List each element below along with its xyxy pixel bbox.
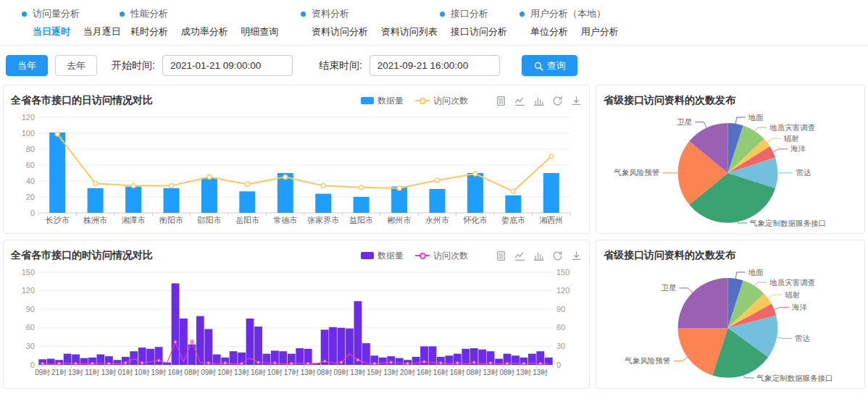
svg-text:雷达: 雷达 (796, 168, 811, 177)
legend-label: 访问次数 (433, 95, 468, 107)
this-year-button[interactable]: 当年 (6, 55, 48, 76)
end-time-input[interactable] (370, 55, 500, 76)
switch-to-line-icon[interactable] (514, 96, 525, 106)
save-image-icon[interactable] (571, 96, 582, 106)
svg-text:150: 150 (22, 268, 35, 277)
svg-text:海洋: 海洋 (792, 303, 808, 311)
svg-text:0: 0 (30, 361, 35, 369)
svg-text:90: 90 (556, 305, 565, 313)
switch-to-bar-icon[interactable] (533, 250, 544, 261)
svg-text:气象风险预警: 气象风险预警 (625, 356, 671, 365)
svg-text:40: 40 (26, 177, 35, 185)
svg-text:地质灾害调查: 地质灾害调查 (769, 123, 815, 132)
svg-text:09时: 09时 (201, 368, 216, 376)
data-view-icon[interactable] (496, 96, 506, 106)
data-view-icon[interactable] (496, 250, 506, 261)
start-time-input[interactable] (162, 55, 293, 76)
daily-comparison-chart-card: 全省各市接口的日访问情况对比 数据量 访问次数 (3, 85, 590, 234)
svg-text:08时: 08时 (467, 368, 482, 376)
svg-text:益阳市: 益阳市 (349, 216, 373, 224)
svg-text:150: 150 (556, 268, 569, 277)
svg-text:常德市: 常德市 (273, 216, 297, 224)
start-time-label: 开始时间: (112, 59, 155, 72)
svg-text:60: 60 (26, 161, 35, 169)
legend-item-visit-count[interactable]: 访问次数 (415, 250, 468, 262)
legend-item-data-volume[interactable]: 数据量 (361, 250, 404, 262)
line-swatch-icon (415, 255, 430, 256)
svg-text:10时: 10时 (267, 368, 283, 376)
svg-text:地面: 地面 (748, 113, 764, 122)
legend-label: 数据量 (377, 250, 404, 262)
svg-text:13时: 13时 (101, 368, 117, 376)
svg-text:90: 90 (26, 305, 35, 313)
nav-item-detail-query[interactable]: 明细查询 (241, 26, 278, 37)
restore-icon[interactable] (552, 96, 563, 106)
bar-swatch-icon (361, 252, 374, 259)
legend-label: 数据量 (377, 95, 404, 107)
svg-text:17时: 17时 (284, 368, 299, 376)
restore-icon[interactable] (552, 250, 563, 261)
legend-item-data-volume[interactable]: 数据量 (361, 95, 404, 107)
svg-text:气象风险预警: 气象风险预警 (614, 168, 660, 177)
province-pie-card-2: 省级接口访问资料的次数发布 地面地质灾害调查辐射海洋雷达气象定制数据服务接口气象… (596, 240, 865, 389)
city-hourly-bar-line-chart[interactable]: 0030306060909012012015015009时21时13时11时13… (11, 265, 582, 379)
search-icon (533, 61, 543, 70)
chart-title: 省级接口访问资料的次数发布 (604, 249, 735, 262)
switch-to-line-icon[interactable] (514, 250, 525, 261)
svg-text:16时: 16时 (433, 368, 448, 376)
legend-label: 访问次数 (433, 250, 468, 262)
svg-text:13时: 13时 (483, 368, 498, 376)
svg-text:80: 80 (26, 145, 35, 153)
last-year-button[interactable]: 去年 (55, 55, 97, 76)
svg-text:16时: 16时 (167, 368, 183, 376)
nav-group-title: 访问量分析 (33, 7, 80, 20)
svg-text:08时: 08时 (184, 368, 199, 376)
svg-text:邵阳市: 邵阳市 (196, 216, 221, 224)
dashboard-page: 访问量分析 当日逐时 当月逐日 性能分析 耗时分析 成功率分析 明细查询 资料分… (0, 0, 868, 389)
svg-text:长沙市: 长沙市 (45, 216, 70, 224)
province-access-pie-chart[interactable]: 地面地质灾害调查辐射海洋雷达气象定制数据服务接口气象风险预警卫星 (604, 265, 857, 384)
switch-to-bar-icon[interactable] (533, 96, 544, 106)
svg-text:09时: 09时 (35, 368, 50, 376)
nav-item-monthly-daily[interactable]: 当月逐日 (83, 26, 121, 37)
svg-text:09时: 09时 (333, 368, 349, 376)
chart-legend: 数据量 访问次数 (361, 95, 468, 107)
chart-title: 全省各市接口的时访问情况对比 (11, 249, 153, 262)
nav-group-title: 性能分析 (130, 7, 168, 20)
legend-item-visit-count[interactable]: 访问次数 (415, 95, 468, 107)
nav-item-data-access-list[interactable]: 资料访问列表 (381, 26, 438, 37)
svg-text:13时: 13时 (350, 368, 365, 376)
svg-text:海洋: 海洋 (790, 144, 806, 153)
svg-text:10时: 10时 (217, 368, 233, 376)
svg-text:辐射: 辐射 (784, 134, 799, 143)
bullet-icon (120, 12, 125, 17)
svg-text:13时: 13时 (533, 368, 548, 376)
province-access-pie-chart[interactable]: 地面地质灾害调查辐射海洋雷达气象定制数据服务接口气象风险预警卫星 (604, 110, 857, 229)
svg-text:13时: 13时 (234, 368, 249, 376)
svg-text:辐射: 辐射 (785, 290, 801, 299)
search-button[interactable]: 查询 (522, 55, 577, 76)
nav-item-org-analysis[interactable]: 单位分析 (530, 26, 568, 37)
svg-text:衡阳市: 衡阳市 (159, 216, 183, 224)
svg-text:0: 0 (556, 361, 561, 369)
nav-item-user-analysis[interactable]: 用户分析 (581, 26, 619, 37)
nav-item-api-access-analysis[interactable]: 接口访问分析 (451, 26, 507, 37)
nav-group-performance-analysis: 性能分析 耗时分析 成功率分析 明细查询 (120, 7, 301, 38)
svg-text:16时: 16时 (450, 368, 465, 376)
svg-text:120: 120 (22, 113, 35, 122)
svg-text:08时: 08时 (499, 368, 514, 376)
nav-item-data-access-analysis[interactable]: 资料访问分析 (312, 26, 368, 37)
save-image-icon[interactable] (571, 250, 582, 261)
nav-item-success-rate[interactable]: 成功率分析 (181, 26, 228, 37)
svg-text:湘西州: 湘西州 (539, 216, 563, 224)
svg-text:怀化市: 怀化市 (462, 216, 487, 224)
province-pie-card-1: 省级接口访问资料的次数发布 地面地质灾害调查辐射海洋雷达气象定制数据服务接口气象… (596, 85, 865, 234)
nav-group-title: 接口分析 (451, 7, 488, 20)
nav-group-user-analysis: 用户分析（本地） 单位分析 用户分析 (519, 7, 629, 38)
nav-item-daily-hourly[interactable]: 当日逐时 (33, 26, 70, 37)
city-daily-bar-line-chart[interactable]: 020406080100120长沙市株洲市湘潭市衡阳市邵阳市岳阳市常德市张家界市… (11, 110, 582, 227)
svg-text:郴州市: 郴州市 (388, 216, 412, 224)
svg-text:张家界市: 张家界市 (307, 216, 339, 224)
nav-item-time-cost[interactable]: 耗时分析 (130, 26, 168, 37)
nav-group-api-analysis: 接口分析 接口访问分析 (440, 7, 519, 38)
